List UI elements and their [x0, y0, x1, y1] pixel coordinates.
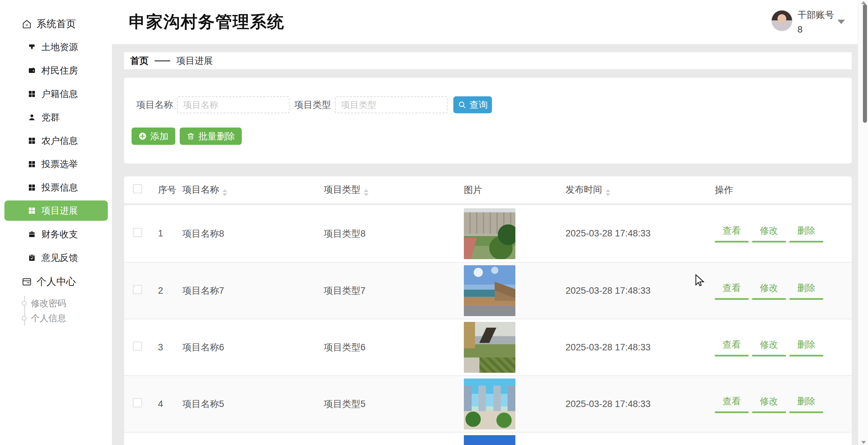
plus-circle-icon: [138, 132, 147, 140]
sidebar-item-personal-center[interactable]: 个人中心: [0, 273, 112, 290]
row-index: 1: [148, 228, 182, 239]
user-name: 8: [797, 24, 803, 35]
scroll-down-arrow-icon[interactable]: [861, 441, 866, 444]
sidebar-item-6[interactable]: 投票选举: [0, 152, 112, 176]
publish-time: 2025-03-28 17:48:33: [566, 228, 705, 239]
sort-type-icon[interactable]: [364, 189, 369, 196]
sidebar-item-7[interactable]: 投票信息: [0, 176, 112, 199]
personal-submenu: 修改密码个人信息: [24, 296, 112, 326]
edit-action[interactable]: 修改: [752, 282, 786, 300]
select-all-checkbox[interactable]: [133, 184, 142, 193]
row-checkbox[interactable]: [133, 398, 142, 407]
scroll-up-arrow-icon[interactable]: [861, 1, 866, 4]
project-name: 项目名称8: [182, 228, 324, 240]
sidebar-item-2[interactable]: 村民住房: [0, 59, 112, 82]
sidebar-home-label: 系统首页: [37, 17, 76, 31]
sidebar-item-label: 农户信息: [41, 135, 78, 147]
edit-action[interactable]: 修改: [752, 225, 786, 243]
project-type: 项目类型5: [324, 398, 464, 410]
query-button-label: 查询: [470, 99, 488, 111]
delete-action[interactable]: 删除: [789, 395, 823, 413]
user-icon: [28, 113, 36, 121]
sort-time-icon[interactable]: [606, 189, 610, 196]
breadcrumb-separator: [155, 60, 170, 61]
search-panel: 项目名称 项目类型 查询 添加 批量删除: [124, 78, 852, 163]
sidebar-item-home[interactable]: 系统首页: [0, 16, 112, 33]
grid-icon: [28, 207, 36, 215]
sidebar-item-label: 投票选举: [41, 158, 78, 170]
sidebar-item-8[interactable]: 项目进展: [4, 200, 108, 221]
sidebar-item-4[interactable]: 党群: [0, 105, 112, 129]
project-image: [464, 322, 515, 373]
row-checkbox[interactable]: [133, 228, 142, 237]
sidebar-item-10[interactable]: 意见反馈: [0, 246, 112, 269]
delete-action[interactable]: 删除: [789, 282, 823, 300]
search-icon: [458, 100, 467, 109]
sidebar-item-5[interactable]: 农户信息: [0, 129, 112, 152]
view-action[interactable]: 查看: [715, 282, 749, 300]
table-row: 3项目名称6项目类型62025-03-28 17:48:33查看修改删除: [124, 318, 852, 375]
delete-action[interactable]: 删除: [789, 338, 823, 356]
table-body: 1项目名称8项目类型82025-03-28 17:48:33查看修改删除2项目名…: [124, 205, 852, 445]
project-image: [464, 379, 515, 429]
delete-action[interactable]: 删除: [789, 225, 823, 243]
project-name-label: 项目名称: [136, 99, 173, 111]
user-menu-caret-icon[interactable]: [837, 20, 845, 24]
project-image: [464, 435, 515, 445]
row-index: 4: [148, 399, 182, 409]
sort-name-icon[interactable]: [222, 189, 227, 196]
sidebar-item-label: 项目进展: [41, 205, 78, 217]
avatar[interactable]: [771, 10, 792, 31]
sidebar: 系统首页 土地资源村民住房户籍信息党群农户信息投票选举投票信息项目进展财务收支意…: [0, 0, 112, 445]
breadcrumb-home[interactable]: 首页: [130, 55, 149, 67]
id-card-icon: [22, 277, 32, 287]
row-index: 3: [148, 342, 182, 353]
add-button-label: 添加: [150, 130, 169, 142]
query-button[interactable]: 查询: [453, 96, 492, 113]
header-image: 图片: [464, 184, 566, 196]
project-image: [464, 265, 515, 316]
user-role-label: 干部账号: [797, 9, 834, 21]
briefcase-icon: [28, 230, 36, 238]
search-form: 项目名称 项目类型 查询: [136, 96, 492, 113]
sidebar-item-9[interactable]: 财务收支: [0, 222, 112, 246]
sidebar-item-1[interactable]: 土地资源: [0, 35, 112, 59]
header-actions: 操作: [705, 184, 852, 196]
table-row: [124, 432, 852, 445]
project-type-label: 项目类型: [294, 99, 331, 111]
sidebar-item-label: 财务收支: [41, 228, 78, 240]
add-button[interactable]: 添加: [132, 128, 175, 145]
project-name-input[interactable]: [177, 96, 290, 113]
view-action[interactable]: 查看: [715, 395, 749, 413]
scrollbar-thumb[interactable]: [863, 4, 867, 123]
sidebar-item-label: 投票信息: [41, 181, 78, 194]
header-name: 项目名称: [182, 185, 219, 195]
project-type: 项目类型8: [324, 228, 464, 240]
edit-action[interactable]: 修改: [752, 395, 786, 413]
pin-icon: [28, 43, 36, 51]
row-checkbox[interactable]: [133, 285, 142, 294]
batch-delete-button[interactable]: 批量删除: [180, 128, 242, 145]
breadcrumb: 首页 项目进展: [124, 52, 852, 69]
personal-subitem-1[interactable]: 修改密码: [31, 296, 112, 311]
sidebar-item-label: 党群: [41, 111, 60, 123]
grid-icon: [28, 183, 36, 192]
scrollbar[interactable]: [858, 0, 868, 445]
sidebar-item-label: 土地资源: [41, 41, 78, 53]
view-action[interactable]: 查看: [715, 225, 749, 243]
personal-subitem-2[interactable]: 个人信息: [31, 311, 112, 326]
project-image: [464, 208, 515, 259]
batch-delete-button-label: 批量删除: [198, 130, 235, 142]
project-type-input[interactable]: [335, 96, 448, 113]
publish-time: 2025-03-28 17:48:33: [566, 342, 705, 353]
view-action[interactable]: 查看: [715, 338, 749, 356]
edit-action[interactable]: 修改: [752, 338, 786, 356]
table-row: 4项目名称5项目类型52025-03-28 17:48:33查看修改删除: [124, 375, 852, 432]
grid-icon: [28, 137, 36, 145]
wallet-icon: [28, 66, 36, 75]
row-checkbox[interactable]: [133, 342, 142, 351]
sidebar-item-3[interactable]: 户籍信息: [0, 82, 112, 105]
grid-icon: [28, 160, 36, 168]
header-time: 发布时间: [566, 185, 602, 195]
trash-icon: [186, 132, 195, 140]
